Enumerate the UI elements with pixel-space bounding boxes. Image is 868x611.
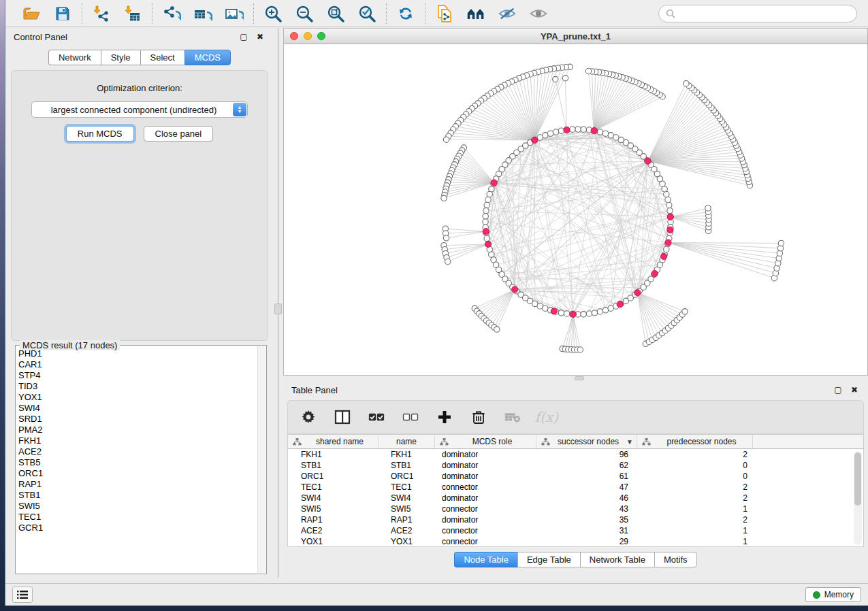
table-row[interactable]: ACE2ACE2connector311 [288, 525, 863, 536]
mcds-result-item[interactable]: CAR1 [18, 359, 257, 370]
column-header-shared-name[interactable]: shared name [288, 435, 379, 448]
zoom-selected-icon[interactable] [357, 4, 376, 23]
float-table-panel-icon[interactable]: ▢ [833, 384, 843, 395]
import-network-icon[interactable] [92, 4, 111, 23]
delete-column-trash-icon[interactable] [470, 409, 487, 425]
tab-edge-table[interactable]: Edge Table [517, 552, 580, 567]
memory-button[interactable]: Memory [805, 587, 861, 602]
network-graph[interactable] [284, 44, 867, 375]
status-bar: Memory [5, 583, 868, 606]
cell-shared_name: FKH1 [288, 449, 379, 460]
tab-mcds[interactable]: MCDS [184, 50, 231, 65]
cell-mcds_role: connector [435, 525, 536, 536]
mcds-result-item[interactable]: SWI4 [18, 403, 257, 414]
table-row[interactable]: ORC1ORC1dominator610 [288, 471, 863, 482]
zoom-in-icon[interactable] [263, 4, 283, 23]
horizontal-splitter-handle[interactable] [575, 376, 584, 380]
show-all-icon[interactable] [529, 4, 548, 23]
table-row[interactable]: FKH1FKH1dominator962 [288, 449, 863, 460]
mcds-result-item[interactable]: STB5 [18, 457, 257, 468]
tab-network[interactable]: Network [48, 50, 101, 65]
export-table-icon[interactable] [193, 4, 212, 23]
deselect-all-icon[interactable] [402, 409, 419, 425]
mcds-result-item[interactable]: STB1 [18, 490, 257, 501]
column-header-predecessor-nodes[interactable]: predecessor nodes [637, 435, 753, 448]
table-row[interactable]: SWI5SWI5connector431 [288, 503, 863, 514]
mcds-result-item[interactable]: YOX1 [18, 392, 257, 403]
column-header-name[interactable]: name [379, 435, 435, 448]
zoom-out-icon[interactable] [295, 4, 314, 23]
optimization-criterion-select[interactable]: largest connected component (undirected)… [31, 101, 248, 118]
table-row[interactable]: TEC1TEC1connector472 [288, 482, 863, 493]
memory-label: Memory [824, 590, 854, 599]
delete-table-icon [504, 409, 521, 425]
tab-network-table[interactable]: Network Table [580, 552, 654, 567]
table-row[interactable]: RAP1RAP1dominator352 [288, 514, 863, 525]
split-table-icon[interactable] [334, 409, 351, 425]
select-all-icon[interactable] [368, 409, 385, 425]
mcds-result-item[interactable]: RAP1 [18, 479, 257, 490]
table-scrollbar-thumb[interactable] [854, 452, 861, 506]
close-panel-icon[interactable]: ✖ [255, 31, 266, 42]
tab-style[interactable]: Style [101, 50, 140, 65]
column-header-MCDS-role[interactable]: MCDS role [435, 435, 536, 448]
task-history-button[interactable] [12, 587, 33, 603]
network-window-titlebar[interactable]: YPA_prune.txt_1 [284, 29, 867, 44]
mcds-result-item[interactable]: TEC1 [18, 512, 257, 523]
save-session-icon[interactable] [53, 4, 72, 23]
mcds-result-item[interactable]: SWI5 [18, 501, 257, 512]
vertical-splitter-handle[interactable] [274, 303, 282, 314]
network-view-window: YPA_prune.txt_1 [283, 28, 868, 376]
cell-successor: 61 [536, 471, 637, 482]
add-column-icon[interactable] [436, 409, 453, 425]
mcds-result-item[interactable]: PMA2 [18, 425, 257, 435]
new-network-from-selection-icon[interactable] [435, 4, 454, 23]
mcds-result-item[interactable]: FKH1 [18, 435, 257, 446]
float-panel-icon[interactable]: ▢ [238, 31, 249, 42]
refresh-view-icon[interactable] [396, 4, 415, 23]
table-row[interactable]: STB1STB1dominator620 [288, 460, 863, 471]
import-table-icon[interactable] [123, 4, 142, 23]
open-session-icon[interactable] [22, 4, 41, 23]
export-network-icon[interactable] [162, 4, 181, 23]
network-canvas[interactable] [284, 44, 867, 375]
export-image-icon[interactable] [225, 4, 244, 23]
mcds-result-item[interactable]: PHD1 [18, 348, 257, 359]
mcds-result-item[interactable]: ORC1 [18, 468, 257, 479]
column-settings-gear-icon[interactable] [300, 409, 317, 425]
mcds-result-item[interactable]: TID3 [18, 381, 257, 392]
first-neighbors-icon[interactable] [466, 4, 485, 23]
mcds-result-item[interactable]: GCR1 [18, 523, 257, 533]
cell-mcds_role: connector [435, 536, 536, 547]
table-scrollbar[interactable] [854, 451, 862, 545]
tab-select[interactable]: Select [140, 50, 184, 65]
control-panel-title: Control Panel [14, 32, 67, 42]
table-row[interactable]: YOX1YOX1connector291 [288, 536, 863, 547]
network-view-title: YPA_prune.txt_1 [284, 31, 867, 42]
memory-status-icon [813, 591, 820, 599]
cell-name: ORC1 [379, 471, 435, 482]
sort-descending-icon: ▼ [626, 438, 633, 446]
mcds-result-box: MCDS result (17 nodes) PHD1CAR1STP4TID3Y… [15, 345, 267, 574]
column-header-successor-nodes[interactable]: successor nodes▼ [536, 435, 637, 448]
cell-predecessor: 2 [637, 493, 753, 503]
zoom-fit-icon[interactable] [326, 4, 345, 23]
cell-predecessor: 1 [637, 525, 753, 536]
run-mcds-button[interactable]: Run MCDS [66, 126, 134, 142]
close-panel-button[interactable]: Close panel [144, 126, 214, 142]
cell-shared_name: RAP1 [288, 514, 379, 525]
table-row[interactable]: SWI4SWI4dominator462 [288, 493, 863, 503]
tab-motifs[interactable]: Motifs [654, 552, 697, 567]
hide-selected-icon[interactable] [498, 4, 517, 23]
search-input[interactable] [679, 8, 850, 18]
mcds-result-list[interactable]: PHD1CAR1STP4TID3YOX1SWI4SRD1PMA2FKH1ACE2… [18, 348, 257, 572]
selected-option-label: largest connected component (undirected) [32, 105, 233, 115]
cell-name: FKH1 [379, 449, 435, 460]
mcds-result-item[interactable]: ACE2 [18, 446, 257, 457]
tab-node-table[interactable]: Node Table [454, 552, 517, 567]
application-window: Control Panel ▢ ✖ NetworkStyleSelectMCDS… [5, 0, 868, 606]
mcds-result-item[interactable]: SRD1 [18, 414, 257, 425]
mcds-result-item[interactable]: STP4 [18, 370, 257, 381]
close-table-panel-icon[interactable]: ✖ [849, 384, 860, 395]
mcds-list-scrollbar[interactable] [257, 346, 266, 573]
